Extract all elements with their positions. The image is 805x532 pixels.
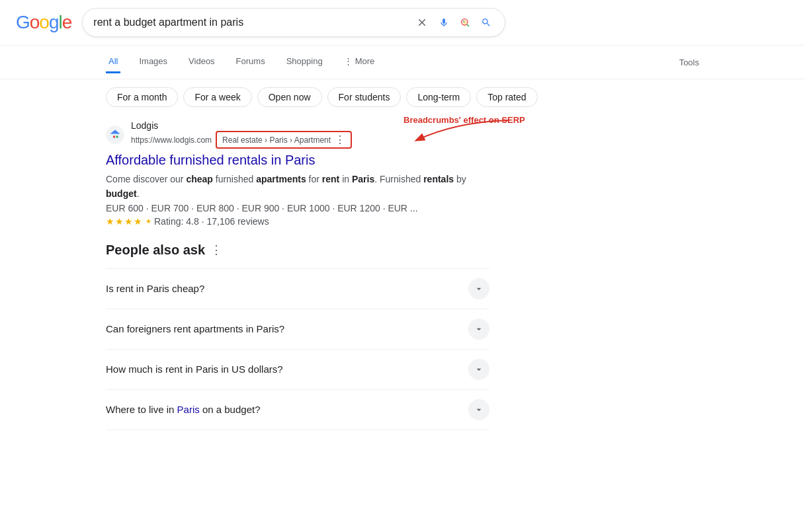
star-rating: ★★★★ ★ Rating: 4.8 · 17,106 reviews xyxy=(106,216,489,227)
tab-forums[interactable]: Forums xyxy=(233,51,268,73)
breadcrumb-more-icon[interactable]: ⋮ xyxy=(335,133,345,146)
paa-title: People also ask xyxy=(106,243,205,258)
top-bar: Google xyxy=(0,0,805,46)
rating-reviews: · 17,106 reviews xyxy=(202,216,269,227)
desc-bold-rentals: rentals xyxy=(423,174,454,184)
source-info: Lodgis https://www.lodgis.com Real estat… xyxy=(131,120,352,149)
tab-videos[interactable]: Videos xyxy=(186,51,218,73)
desc-text-2: furnished xyxy=(213,174,256,184)
source-url: https://www.lodgis.com xyxy=(131,135,212,145)
tab-shopping[interactable]: Shopping xyxy=(284,51,325,73)
paa-question-4: Where to live in Paris on a budget? xyxy=(106,404,261,415)
paa-section: People also ask ⋮ Is rent in Paris cheap… xyxy=(106,243,489,430)
desc-bold-apartments: apartments xyxy=(256,174,306,184)
svg-rect-6 xyxy=(113,135,115,137)
search-bar xyxy=(82,8,505,37)
paa-item-3[interactable]: How much is rent in Paris in US dollars? xyxy=(106,349,489,389)
annotation-arrow xyxy=(390,115,523,155)
desc-bold-rent: rent xyxy=(322,174,339,184)
mic-button[interactable] xyxy=(436,15,452,30)
result-source: Lodgis https://www.lodgis.com Real estat… xyxy=(106,120,489,149)
tab-images[interactable]: Images xyxy=(136,51,170,73)
star-icons: ★★★★ xyxy=(106,216,143,227)
paa-question-1: Is rent in Paris cheap? xyxy=(106,283,204,294)
paa-chevron-1 xyxy=(468,278,489,299)
result-desc: Come discover our cheap furnished apartm… xyxy=(106,172,489,202)
desc-text-3: for xyxy=(306,174,322,184)
breadcrumb-box: Real estate › Paris › Apartment ⋮ xyxy=(216,131,352,149)
paa-options-icon[interactable]: ⋮ xyxy=(210,243,222,257)
price-list: EUR 600 · EUR 700 · EUR 800 · EUR 900 · … xyxy=(106,203,489,213)
tools-button[interactable]: Tools xyxy=(679,57,699,67)
svg-rect-7 xyxy=(116,135,118,137)
paa-question-3: How much is rent in Paris in US dollars? xyxy=(106,363,283,375)
paa-question-4-rest: on a budget? xyxy=(200,404,261,415)
main-content: Lodgis https://www.lodgis.com Real estat… xyxy=(0,115,595,436)
chevron-down-icon-2 xyxy=(474,324,484,334)
desc-text-6: by xyxy=(454,174,466,184)
logo-g2: g xyxy=(49,12,59,32)
search-icons xyxy=(436,15,494,30)
annotation-group: Breadcrumbs' effect on SERP xyxy=(390,115,523,157)
breadcrumb-text: Real estate › Paris › Apartment xyxy=(222,135,331,145)
half-star-icon: ★ xyxy=(146,217,151,225)
clear-icon xyxy=(416,17,428,28)
tab-more[interactable]: ⋮ More xyxy=(341,51,378,73)
tab-all[interactable]: All xyxy=(106,51,120,73)
desc-text-4: in xyxy=(339,174,352,184)
desc-bold-paris: Paris xyxy=(352,174,374,184)
paa-chevron-3 xyxy=(468,359,489,380)
desc-text-1: Come discover our xyxy=(106,174,186,184)
svg-point-3 xyxy=(463,20,465,22)
lens-icon xyxy=(460,16,470,29)
paa-chevron-2 xyxy=(468,319,489,340)
paa-chevron-4 xyxy=(468,399,489,420)
clear-button[interactable] xyxy=(413,14,431,31)
pill-top-rated[interactable]: Top rated xyxy=(476,87,537,107)
result-title[interactable]: Affordable furnished rentals in Paris xyxy=(106,153,489,168)
pill-for-a-week[interactable]: For a week xyxy=(183,87,251,107)
favicon-icon xyxy=(109,129,121,141)
paa-question-4-link[interactable]: Paris xyxy=(177,404,200,415)
source-name: Lodgis xyxy=(131,120,352,131)
rating-value: Rating: 4.8 xyxy=(154,216,199,227)
pill-for-students[interactable]: For students xyxy=(327,87,402,107)
search-button[interactable] xyxy=(478,15,494,30)
filter-pills: For a month For a week Open now For stud… xyxy=(0,79,805,115)
result-item: Lodgis https://www.lodgis.com Real estat… xyxy=(106,120,489,227)
pill-long-term[interactable]: Long-term xyxy=(406,87,471,107)
paa-item-2[interactable]: Can foreigners rent apartments in Paris? xyxy=(106,309,489,349)
mic-icon xyxy=(439,16,449,29)
search-icon xyxy=(481,15,491,30)
desc-bold-cheap: cheap xyxy=(186,174,212,184)
logo-e: e xyxy=(62,12,72,32)
svg-line-2 xyxy=(467,24,469,26)
desc-bold-budget: budget xyxy=(106,188,137,199)
lens-button[interactable] xyxy=(457,15,473,30)
chevron-down-icon-3 xyxy=(474,364,484,375)
nav-tabs: All Images Videos Forums Shopping ⋮ More… xyxy=(0,46,805,79)
more-dots-icon: ⋮ xyxy=(344,56,353,66)
chevron-down-icon-1 xyxy=(474,284,484,294)
logo-g: G xyxy=(16,12,30,32)
pill-for-a-month[interactable]: For a month xyxy=(106,87,178,107)
svg-marker-5 xyxy=(110,130,120,133)
logo-o1: o xyxy=(30,12,40,32)
search-input[interactable] xyxy=(93,17,408,28)
desc-text-5: . Furnished xyxy=(374,174,423,184)
favicon xyxy=(106,126,124,144)
paa-item-4[interactable]: Where to live in Paris on a budget? xyxy=(106,389,489,430)
paa-item-1[interactable]: Is rent in Paris cheap? xyxy=(106,268,489,309)
chevron-down-icon-4 xyxy=(474,404,484,415)
paa-question-2: Can foreigners rent apartments in Paris? xyxy=(106,323,284,334)
paa-header: People also ask ⋮ xyxy=(106,243,489,258)
desc-text-7: . xyxy=(137,188,140,199)
source-url-row: https://www.lodgis.com Real estate › Par… xyxy=(131,131,352,149)
logo-o2: o xyxy=(39,12,49,32)
pill-open-now[interactable]: Open now xyxy=(257,87,322,107)
google-logo: Google xyxy=(16,12,71,33)
annotation-label: Breadcrumbs' effect on SERP xyxy=(403,115,525,125)
